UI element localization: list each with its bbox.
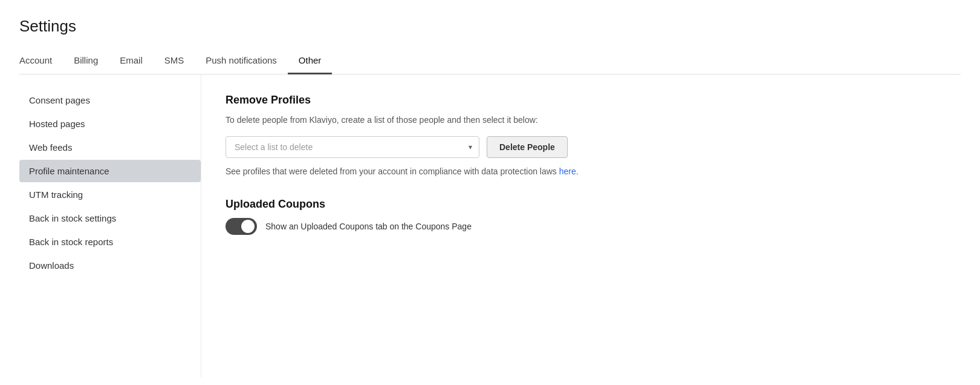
compliance-link[interactable]: here. [559, 166, 579, 176]
compliance-text: See profiles that were deleted from your… [226, 166, 936, 176]
list-select[interactable]: Select a list to delete [226, 136, 479, 158]
sidebar-item-consent-pages[interactable]: Consent pages [19, 89, 201, 111]
tab-account[interactable]: Account [19, 49, 63, 74]
sidebar-item-profile-maintenance[interactable]: Profile maintenance [19, 160, 201, 182]
toggle-label: Show an Uploaded Coupons tab on the Coup… [265, 222, 472, 231]
uploaded-coupons-title: Uploaded Coupons [226, 198, 936, 211]
remove-profiles-description: To delete people from Klaviyo, create a … [226, 114, 936, 127]
tab-push-notifications[interactable]: Push notifications [195, 49, 288, 74]
content-area: Remove Profiles To delete people from Kl… [201, 74, 961, 377]
tab-other[interactable]: Other [288, 49, 333, 74]
page-title: Settings [19, 17, 961, 36]
tab-sms[interactable]: SMS [154, 49, 195, 74]
sidebar-item-back-in-stock-settings[interactable]: Back in stock settings [19, 207, 201, 229]
remove-profiles-title: Remove Profiles [226, 94, 936, 107]
uploaded-coupons-toggle[interactable] [226, 218, 257, 235]
delete-people-button[interactable]: Delete People [487, 136, 568, 158]
main-content: Consent pages Hosted pages Web feeds Pro… [0, 74, 980, 377]
sidebar-item-web-feeds[interactable]: Web feeds [19, 136, 201, 159]
toggle-track [226, 218, 257, 235]
tab-billing[interactable]: Billing [63, 49, 109, 74]
list-select-wrapper: Select a list to delete ▾ [226, 136, 479, 158]
toggle-thumb [241, 220, 255, 233]
page-header: Settings Account Billing Email SMS Push … [0, 0, 980, 74]
select-row: Select a list to delete ▾ Delete People [226, 136, 936, 158]
tab-email[interactable]: Email [109, 49, 154, 74]
toggle-row: Show an Uploaded Coupons tab on the Coup… [226, 218, 936, 235]
sidebar-item-back-in-stock-reports[interactable]: Back in stock reports [19, 231, 201, 253]
nav-tabs: Account Billing Email SMS Push notificat… [19, 49, 961, 74]
sidebar-item-utm-tracking[interactable]: UTM tracking [19, 183, 201, 206]
uploaded-coupons-section: Uploaded Coupons Show an Uploaded Coupon… [226, 198, 936, 235]
remove-profiles-section: Remove Profiles To delete people from Kl… [226, 94, 936, 176]
sidebar-item-hosted-pages[interactable]: Hosted pages [19, 113, 201, 135]
sidebar: Consent pages Hosted pages Web feeds Pro… [19, 74, 201, 377]
sidebar-item-downloads[interactable]: Downloads [19, 254, 201, 277]
